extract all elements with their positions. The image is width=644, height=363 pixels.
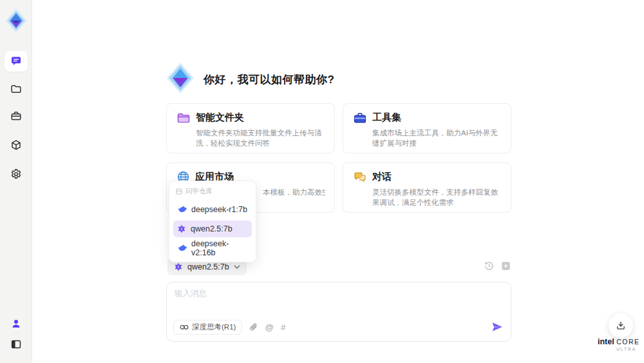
sidebar	[0, 0, 32, 363]
history-icon[interactable]	[484, 260, 495, 271]
card-toolset[interactable]: 工具集 集成市场上主流工具，助力AI与外界无缝扩展与对接	[343, 103, 511, 153]
send-icon	[491, 322, 503, 332]
card-title: 对话	[372, 171, 392, 183]
sidebar-item-toolbox[interactable]	[5, 106, 28, 126]
model-dropdown: 问学仓库 deepseek-r1:7b qwen2.5:7b deepseek-…	[169, 181, 256, 262]
message-input[interactable]	[175, 288, 497, 311]
deepseek-icon	[177, 244, 187, 252]
panel-toggle-icon	[10, 338, 22, 350]
app-window: 你好，我可以如何帮助你? 智能文件夹 智能文件夹功能支持批量文件上传与清洗，轻松…	[0, 0, 644, 363]
sidebar-item-models[interactable]	[5, 135, 28, 155]
sidebar-item-chat[interactable]	[5, 51, 28, 72]
composer-toolbar: 深度思考(R1) @ #	[173, 319, 503, 335]
composer-actions	[484, 260, 511, 271]
amber-chat-icon	[354, 172, 366, 183]
model-option-qwen[interactable]: qwen2.5:7b	[173, 221, 252, 237]
card-title: 智能文件夹	[196, 112, 244, 124]
at-icon[interactable]: @	[265, 322, 274, 332]
blue-briefcase-icon	[354, 112, 366, 124]
sidebar-item-collapse[interactable]	[5, 334, 28, 355]
purple-folder-icon	[177, 112, 190, 124]
card-description: 灵活切换多模型文件，支持多样回复效果调试，满足个性化需求	[372, 187, 502, 208]
model-dropdown-header: 问学仓库	[173, 186, 252, 199]
app-logo-icon	[5, 8, 27, 33]
sidebar-item-settings[interactable]	[5, 164, 28, 184]
paperclip-icon[interactable]	[249, 322, 258, 332]
new-chat-icon[interactable]	[500, 260, 511, 271]
model-option-deepseek-r1[interactable]: deepseek-r1:7b	[173, 201, 252, 218]
greeting-logo-icon	[165, 62, 196, 94]
folder-icon	[10, 83, 22, 95]
greeting-title: 你好，我可以如何帮助你?	[204, 72, 334, 87]
briefcase-icon	[10, 110, 22, 122]
infinity-icon	[180, 324, 189, 330]
model-option-deepseek-v2[interactable]: deepseek-v2:16b	[173, 240, 252, 257]
card-description: 集成市场上主流工具，助力AI与外界无缝扩展与对接	[372, 128, 502, 148]
sidebar-item-account[interactable]	[5, 313, 28, 334]
composer: 深度思考(R1) @ #	[166, 282, 511, 342]
deepseek-icon	[177, 206, 187, 213]
card-title: 工具集	[372, 112, 401, 124]
cube-icon	[10, 139, 22, 151]
card-smart-folders[interactable]: 智能文件夹 智能文件夹功能支持批量文件上传与清洗，轻松实现文件问答	[166, 103, 335, 153]
chat-icon	[10, 55, 22, 67]
chevron-down-icon	[234, 265, 240, 269]
repository-icon	[176, 188, 182, 195]
qwen-icon	[174, 262, 183, 271]
card-dialogue[interactable]: 对话 灵活切换多模型文件，支持多样回复效果调试，满足个性化需求	[343, 162, 511, 213]
qwen-icon	[177, 224, 186, 233]
model-selector-label: qwen2.5:7b	[187, 262, 229, 271]
hash-icon[interactable]: #	[281, 322, 286, 332]
send-button[interactable]	[491, 322, 503, 332]
deep-think-toggle[interactable]: 深度思考(R1)	[173, 320, 242, 335]
intel-logo-text: intel	[598, 337, 614, 346]
intel-core-badge: intel core ultra	[598, 337, 639, 351]
user-icon	[10, 318, 22, 329]
download-icon	[616, 320, 626, 331]
download-button[interactable]	[609, 313, 633, 338]
card-description: 智能文件夹功能支持批量文件上传与清洗，轻松实现文件问答	[196, 128, 325, 148]
gear-icon	[10, 168, 22, 180]
sidebar-item-folders[interactable]	[5, 79, 28, 99]
